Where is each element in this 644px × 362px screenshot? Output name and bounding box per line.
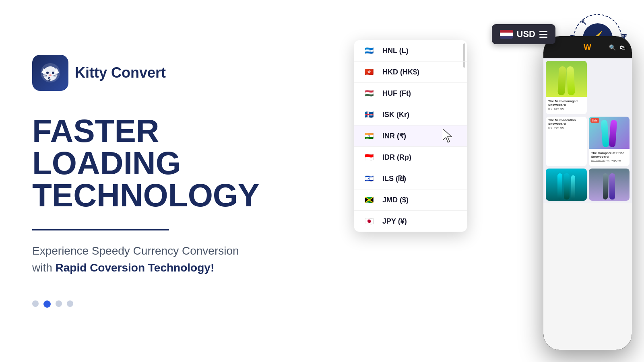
dropdown-item-idr[interactable]: 🇮🇩 IDR (Rp) [354, 147, 467, 168]
currency-hnl: HNL (L) [382, 47, 409, 55]
divider [32, 229, 169, 230]
svg-marker-12 [443, 129, 452, 142]
dropdown-item-hkd[interactable]: 🇭🇰 HKD (HK$) [354, 62, 467, 83]
flag-idr: 🇮🇩 [361, 152, 377, 162]
phone-mockup: W 🔍 🛍 The Multi-managed Snowboard Rs. [543, 36, 632, 350]
currency-inr: INR (₹) [382, 132, 406, 140]
search-icon[interactable]: 🔍 [609, 44, 616, 51]
product-info-1: The Multi-managed Snowboard Rs. 629.95 [546, 97, 587, 114]
logo-area: $ Kitty Convert [32, 55, 306, 91]
product-name-3: The Multi-location Snowboard [548, 118, 584, 125]
flag-jpy: 🇯🇵 [361, 216, 377, 226]
svg-point-6 [49, 74, 52, 76]
carousel-dots [32, 300, 306, 308]
headline-line2: TECHNOLOGY [32, 177, 259, 213]
dropdown-item-inr[interactable]: 🇮🇳 INR (₹) [354, 125, 467, 147]
flag-jmd: 🇯🇲 [361, 195, 377, 205]
currency-jpy: JPY (¥) [382, 217, 407, 226]
dot-2[interactable] [43, 300, 51, 308]
product-grid-row3 [543, 169, 632, 203]
dot-4[interactable] [67, 300, 73, 307]
product-image-ski2 [589, 169, 630, 201]
headline: FASTER LOADING TECHNOLOGY [32, 115, 306, 212]
left-section: $ Kitty Convert FASTER LOADING TECHNOLOG… [0, 31, 338, 332]
flag-hkd: 🇭🇰 [361, 67, 377, 77]
app-logo-box: $ [32, 55, 68, 91]
product-image-1 [546, 61, 587, 97]
svg-line-10 [54, 75, 58, 75]
usd-flag [500, 30, 513, 39]
product-card-ski1[interactable] [546, 169, 587, 201]
product-info-4: The Compare at Price Snowboard Rs. 865.9… [589, 149, 630, 166]
flag-isk: 🇮🇸 [361, 109, 377, 120]
flag-huf: 🇭🇺 [361, 88, 377, 99]
currency-idr: IDR (Rp) [382, 153, 411, 162]
svg-text:$: $ [48, 76, 51, 82]
cursor-icon [443, 129, 455, 143]
phone-app-header: W 🔍 🛍 [543, 36, 632, 58]
phone-logo: W [584, 43, 591, 52]
sale-badge: Sale [590, 118, 599, 123]
app-name: Kitty Convert [75, 65, 166, 81]
cart-icon[interactable]: 🛍 [620, 44, 625, 51]
hamburger-icon [539, 31, 547, 38]
subtext-bold: Rapid Coversion Technology! [56, 261, 215, 274]
dropdown-item-jpy[interactable]: 🇯🇵 JPY (¥) [354, 211, 467, 232]
currency-dropdown[interactable]: 🇭🇳 HNL (L) 🇭🇰 HKD (HK$) 🇭🇺 HUF (Ft) 🇮🇸 I… [354, 40, 467, 232]
dot-1[interactable] [32, 300, 39, 307]
dropdown-item-hnl[interactable]: 🇭🇳 HNL (L) [354, 40, 467, 62]
phone-screen: W 🔍 🛍 The Multi-managed Snowboard Rs. [543, 36, 632, 350]
dropdown-item-huf[interactable]: 🇭🇺 HUF (Ft) [354, 83, 467, 104]
product-info-3: The Multi-location Snowboard Rs. 729.95 [546, 117, 587, 132]
subtext: Experience Speedy Currency Conversion wi… [32, 243, 258, 276]
product-card-ski2[interactable] [589, 169, 630, 201]
product-name-4: The Compare at Price Snowboard [591, 151, 627, 158]
product-sale-price: Rs. 785.95 [605, 159, 621, 163]
product-grid-row2: The Multi-location Snowboard Rs. 729.95 … [543, 117, 632, 169]
headline-line1: FASTER LOADING [32, 113, 181, 181]
currency-huf: HUF (Ft) [382, 89, 411, 98]
right-section: $ ⚡ ₹ ↖ ↘ USD 🇭🇳 HNL (L) 🇭🇰 HKD (HK$) [338, 0, 644, 362]
product-price-3: Rs. 729.95 [548, 126, 584, 130]
product-original-price: Rs. 865.95 [591, 160, 605, 162]
product-image-ski1 [546, 169, 587, 201]
product-card-4[interactable]: Sale The Compare at Price Snowboard Rs. … [589, 117, 630, 166]
dropdown-item-jmd[interactable]: 🇯🇲 JMD ($) [354, 189, 467, 211]
arrow-top-left-icon: ↖ [581, 18, 587, 27]
currency-selector[interactable]: USD [492, 24, 555, 44]
kitty-logo-icon: $ [38, 61, 62, 85]
product-price-1: Rs. 629.95 [548, 107, 584, 111]
svg-point-4 [46, 72, 49, 74]
phone-header-icons: 🔍 🛍 [609, 44, 625, 51]
currency-ils: ILS (₪) [382, 174, 406, 183]
flag-hnl: 🇭🇳 [361, 45, 377, 56]
currency-jmd: JMD ($) [382, 196, 409, 204]
svg-point-5 [52, 72, 54, 74]
product-card-1[interactable]: The Multi-managed Snowboard Rs. 629.95 [546, 61, 587, 114]
svg-line-8 [43, 75, 47, 75]
currency-code: USD [517, 29, 535, 39]
product-card-2 [589, 61, 630, 114]
flag-inr: 🇮🇳 [361, 131, 377, 141]
flag-ils: 🇮🇱 [361, 173, 377, 184]
dot-3[interactable] [56, 300, 62, 307]
product-grid: The Multi-managed Snowboard Rs. 629.95 [543, 58, 632, 117]
currency-isk: ISK (Kr) [382, 111, 409, 119]
dropdown-item-ils[interactable]: 🇮🇱 ILS (₪) [354, 168, 467, 189]
dropdown-item-isk[interactable]: 🇮🇸 ISK (Kr) [354, 104, 467, 125]
product-card-3[interactable]: The Multi-location Snowboard Rs. 729.95 [546, 117, 587, 166]
product-name-1: The Multi-managed Snowboard [548, 99, 584, 107]
currency-hkd: HKD (HK$) [382, 68, 419, 76]
